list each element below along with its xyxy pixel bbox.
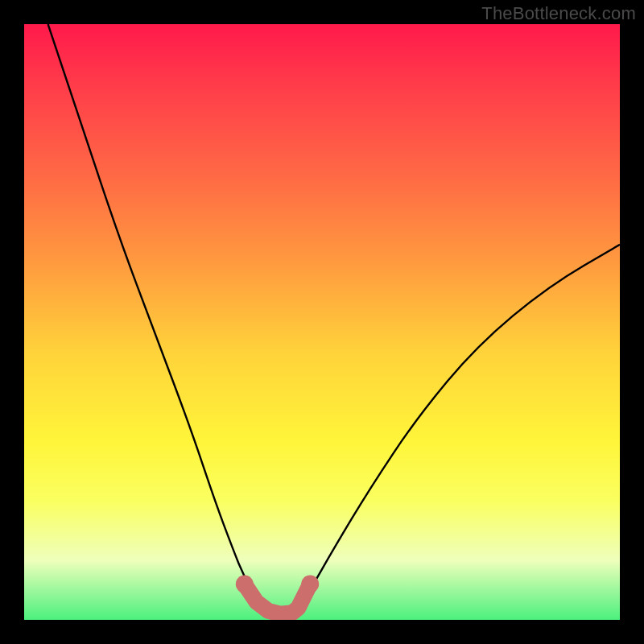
watermark-text: TheBottleneck.com <box>481 3 636 24</box>
bottleneck-curve <box>24 24 620 620</box>
outer-frame: TheBottleneck.com <box>0 0 644 644</box>
marker-dot <box>236 576 254 593</box>
marker-dot <box>301 576 319 593</box>
marker-group <box>236 576 319 614</box>
marker-path <box>245 584 310 614</box>
curve-line <box>48 24 620 614</box>
plot-area <box>24 24 620 620</box>
